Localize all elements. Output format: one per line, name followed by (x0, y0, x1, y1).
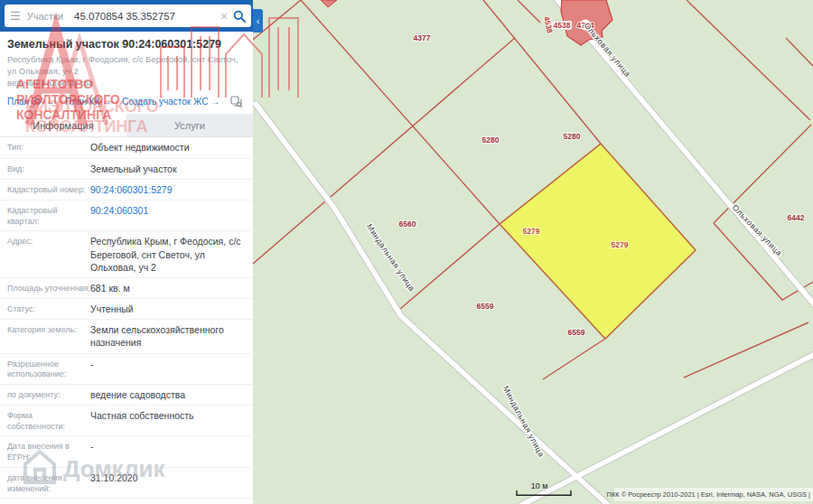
info-label: Кадастровый номер: (7, 183, 90, 196)
header-icons: ☆ (230, 96, 253, 107)
info-value: Объект недвижимости (90, 141, 246, 154)
info-label: Адрес: (7, 235, 90, 274)
info-row: Дата внесения в ЕГРН:- (0, 436, 253, 467)
menu-icon[interactable]: ☰ (10, 10, 21, 22)
app: ☰ Участки × Земельный участок 90:24:0603… (0, 0, 813, 504)
tab-bar: ИнформацияУслуги (0, 114, 253, 137)
info-value: 681 кв. м (90, 282, 246, 294)
info-label: Кадастровый квартал: (7, 204, 90, 227)
search-category-dropdown[interactable]: Участки (27, 11, 63, 22)
parcel-address-subtitle: Республика Крым, г Феодосия, с/с Берегов… (7, 54, 246, 89)
info-row: по документу:ведение садоводства (0, 385, 253, 406)
scale-label: 10 м (531, 481, 548, 490)
info-row: Вид:Земельный участок (0, 159, 253, 180)
info-value: Республика Крым, г Феодосия, с/с Берегов… (90, 235, 246, 274)
tab-services[interactable]: Услуги (126, 114, 253, 136)
tab-info[interactable]: Информация (0, 114, 126, 136)
parcel-number-label: 6560 (399, 219, 416, 229)
info-row: Кадастровый номер:90:24:060301:5279 (0, 180, 253, 201)
info-label: Дата внесения в ЕГРН: (7, 440, 90, 462)
info-table: Тип:Объект недвижимостиВид:Земельный уча… (0, 137, 253, 504)
info-label: Категория земель: (7, 323, 90, 349)
info-row: Разрешенное использование:- (0, 354, 253, 385)
info-label: Статус: (7, 303, 90, 315)
info-row: Категория земель:Земли сельскохозяйствен… (0, 320, 253, 353)
info-label: Разрешенное использование: (7, 358, 90, 380)
page-title: Земельный участок 90:24:060301:5279 (7, 38, 246, 51)
parcel-number-label: 5279 (523, 227, 540, 236)
collapse-sidebar-button[interactable]: ‹ (253, 9, 263, 33)
clear-search-icon[interactable]: × (220, 10, 228, 23)
info-row: Тип:Объект недвижимости (0, 137, 253, 158)
info-label: дата внесения изменений: (7, 471, 90, 494)
cadastral-map[interactable]: ‹ (253, 0, 813, 504)
parcel-number-label: 5280 (482, 135, 500, 145)
info-value-link[interactable]: 90:24:060301:5279 (90, 183, 246, 196)
info-label: Форма собственности: (7, 409, 90, 432)
info-value: ведение садоводства (90, 388, 246, 401)
parcel-number-label: 4538 (554, 21, 571, 30)
info-value-link[interactable]: 90:24:060301 (90, 204, 246, 227)
parcel-number-label: 6559 (477, 302, 494, 311)
favorite-star-icon[interactable]: ☆ (252, 96, 253, 107)
info-row: Кадастровая стоимость:268 661,31 руб. (0, 499, 253, 504)
info-label: Вид: (7, 163, 90, 175)
plan-link[interactable]: План ЗУ → (7, 97, 54, 107)
info-value: Частная собственность (90, 409, 246, 432)
parcel-number-label: 5280 (564, 132, 581, 141)
search-input[interactable] (72, 10, 215, 23)
info-value: - (90, 440, 246, 462)
info-value: - (90, 358, 246, 380)
info-row: Площадь уточненная:681 кв. м (0, 278, 253, 299)
info-value: Учтенный (90, 303, 246, 315)
info-value: Земли сельскохозяйственного назначения (90, 323, 246, 349)
info-row: Адрес:Республика Крым, г Феодосия, с/с Б… (0, 231, 253, 278)
info-row: дата внесения изменений:31.10.2020 (0, 468, 253, 499)
map-attribution: ПКК © Росреестр 2010-2021 | Esri, Interm… (607, 490, 811, 499)
map-canvas[interactable]: 4377528052806560527952796559655964424538… (253, 0, 813, 504)
info-row: Статус:Учтенный (0, 299, 253, 320)
parcel-number-label: 6559 (568, 328, 585, 337)
sidebar: ☰ Участки × Земельный участок 90:24:0603… (0, 0, 253, 504)
plan-preview-icon[interactable] (230, 96, 243, 107)
search-icon[interactable] (233, 10, 246, 23)
info-row: Форма собственности:Частная собственност… (0, 406, 253, 436)
info-label: Тип: (7, 141, 90, 154)
info-row: Кадастровый квартал:90:24:060301 (0, 201, 253, 231)
info-value: Земельный участок (90, 163, 246, 175)
search-bar: ☰ Участки × (0, 0, 253, 32)
parcel-number-label: 6442 (788, 213, 805, 222)
plan-links: План ЗУ →План КК →Создать участок ЖС → ☆ (0, 90, 253, 114)
search-box[interactable]: ☰ Участки × (5, 5, 251, 27)
info-label: по документу: (7, 388, 90, 401)
parcel-number-label: 4377 (414, 33, 431, 42)
info-value: 31.10.2020 (90, 471, 246, 494)
parcel-number-label: 5279 (612, 240, 629, 249)
plan-link[interactable]: Создать участок ЖС → (122, 97, 220, 107)
plan-link[interactable]: План КК → (65, 97, 111, 107)
parcel-header: Земельный участок 90:24:060301:5279 Респ… (0, 32, 253, 90)
info-label: Площадь уточненная: (7, 282, 90, 294)
